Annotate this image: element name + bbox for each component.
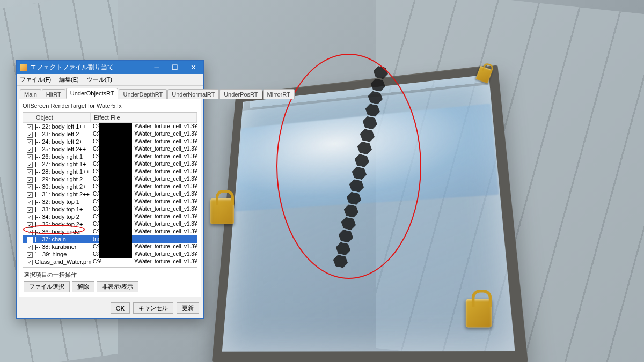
checkbox[interactable]: ✓ <box>27 147 33 153</box>
minimize-button[interactable]: ─ <box>148 62 166 73</box>
object-name: |-- 33: body top 1+ <box>33 205 91 213</box>
checkbox[interactable]: ✓ <box>27 222 33 228</box>
checkbox[interactable]: ✓ <box>27 260 33 265</box>
file-select-button[interactable]: ファイル選択 <box>24 281 70 292</box>
menu-edit[interactable]: 編集(E) <box>59 76 79 83</box>
checkbox[interactable]: ✓ <box>27 230 33 235</box>
object-name: |-- 38: karabiner <box>33 243 91 250</box>
checkbox[interactable]: ✓ <box>27 169 33 175</box>
checkbox[interactable]: ✓ <box>27 139 33 145</box>
object-name: |-- 23: body left 2 <box>33 130 91 138</box>
checkbox[interactable]: ✓ <box>27 162 33 168</box>
checkbox[interactable]: ✓ <box>27 207 33 213</box>
tab-main[interactable]: Main <box>20 89 41 99</box>
tab-underobjectsrt[interactable]: UnderObjectsRT <box>66 88 119 99</box>
object-name: |-- 30: body right 2+ <box>33 183 91 190</box>
column-effect[interactable]: Effect File <box>91 113 197 122</box>
padlock-icon <box>210 198 234 224</box>
object-name: |-- 35: body top 2+ <box>33 220 91 228</box>
object-name: |-- 25: body left 2++ <box>33 145 91 153</box>
checkbox[interactable]: ✓ <box>27 237 33 243</box>
list-header: Object Effect File <box>23 113 197 123</box>
object-name: |-- 29: body right 2 <box>33 175 91 183</box>
effect-assign-dialog: エフェクトファイル割り当て ─ ☐ ✕ ファイル(F) 編集(E) ツール(T)… <box>16 60 204 319</box>
object-name: |-- 31: body right 2++ <box>33 190 91 198</box>
checkbox[interactable]: ✓ <box>27 154 33 160</box>
tab-mirrorrt[interactable]: MirrorRT <box>263 89 295 99</box>
menubar: ファイル(F) 編集(E) ツール(T) <box>17 74 203 86</box>
checkbox[interactable]: ✓ <box>27 177 33 183</box>
object-name: |-- 24: body left 2+ <box>33 138 91 145</box>
list-row[interactable]: ✓Glass_and_Water.pmxC:¥¥Water_torture_ce… <box>23 258 197 265</box>
redacted-region <box>99 123 132 258</box>
tab-panel: OffScreen RenderTarget for Water5.fx Obj… <box>19 99 201 297</box>
object-name: |-- 36: body under <box>33 228 91 235</box>
app-icon <box>20 64 27 71</box>
checkbox[interactable]: ✓ <box>27 252 33 258</box>
checkbox[interactable]: ✓ <box>27 245 33 250</box>
checkbox[interactable]: ✓ <box>27 184 33 190</box>
checkbox[interactable]: ✓ <box>27 192 33 198</box>
tab-undernormalrt[interactable]: UnderNormalRT <box>167 89 219 99</box>
checkbox[interactable]: ✓ <box>27 124 33 130</box>
dialog-footer: OK キャンセル 更新 <box>17 299 203 318</box>
tab-underdepthrt[interactable]: UnderDepthRT <box>119 89 167 99</box>
toggle-visible-button[interactable]: 非表示/表示 <box>97 281 138 292</box>
bulk-ops-label: 選択項目の一括操作 <box>24 271 196 279</box>
menu-file[interactable]: ファイル(F) <box>20 76 51 83</box>
close-button[interactable]: ✕ <box>184 62 202 73</box>
effect-file: C:¥t¥ExcellentShadow2¥ExcellentSha... <box>91 265 197 267</box>
object-name: `-- 39: hinge <box>33 250 91 258</box>
padlock-icon <box>466 299 492 328</box>
object-name: |-- 27: body right 1+ <box>33 160 91 168</box>
ok-button[interactable]: OK <box>111 302 130 314</box>
checkbox[interactable]: ✓ <box>27 132 33 138</box>
update-button[interactable]: 更新 <box>177 302 199 314</box>
menu-tool[interactable]: ツール(T) <box>87 76 112 83</box>
cancel-button[interactable]: キャンセル <box>133 302 173 314</box>
object-name: |-- 32: body top 1 <box>33 198 91 205</box>
tab-underposrt[interactable]: UnderPosRT <box>219 89 262 99</box>
object-name: |-- 37: chain <box>33 235 91 243</box>
column-object[interactable]: Object <box>33 113 91 122</box>
titlebar[interactable]: エフェクトファイル割り当て ─ ☐ ✕ <box>17 61 203 74</box>
checkbox[interactable]: ✓ <box>27 200 33 205</box>
maximize-button[interactable]: ☐ <box>166 62 184 73</box>
object-name: |-- 28: body right 1++ <box>33 168 91 175</box>
effect-list[interactable]: Object Effect File ✓|-- 22: body left 1+… <box>23 112 197 268</box>
tab-hitrt[interactable]: HitRT <box>42 89 65 99</box>
object-name: |-- 26: body right 1 <box>33 153 91 160</box>
object-name: |-- 22: body left 1++ <box>33 123 91 130</box>
object-name: Glass_and_Water.pmx <box>33 258 91 265</box>
checkbox[interactable]: ✓ <box>27 215 33 220</box>
object-name: |-- 34: body top 2 <box>33 213 91 220</box>
object-name: ExcellentShadow.x <box>33 265 91 267</box>
render-target-label: OffScreen RenderTarget for Water5.fx <box>23 102 197 109</box>
clear-button[interactable]: 解除 <box>72 281 94 292</box>
window-title: エフェクトファイル割り当て <box>30 63 114 72</box>
tabstrip: MainHitRTUnderObjectsRTUnderDepthRTUnder… <box>17 86 203 99</box>
list-row[interactable]: ✓ExcellentShadow.xC:¥t¥ExcellentShadow2¥… <box>23 265 197 267</box>
effect-file: C:¥¥Water_torture_cell_v1.3¥Water_... <box>91 258 197 265</box>
